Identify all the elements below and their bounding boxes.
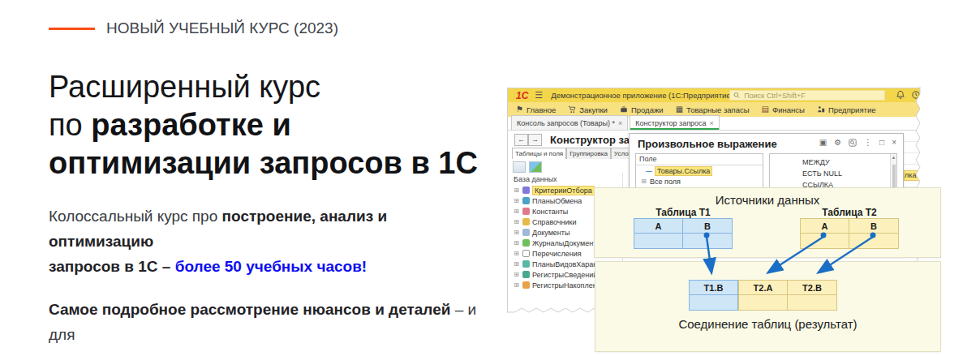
table-cell-empty xyxy=(683,234,733,249)
filter-icon xyxy=(522,187,530,194)
toolbar-icon-button-1[interactable] xyxy=(513,161,526,173)
document-icon xyxy=(522,229,530,236)
result-col-t1b: T1.B xyxy=(689,280,738,295)
journal-icon xyxy=(522,239,530,247)
tab-query-console[interactable]: Консоль запросов (Товары) *× xyxy=(511,115,628,130)
data-sources-panel: Источники данных Таблица T1 A B Таблица … xyxy=(594,187,941,258)
accum-register-icon xyxy=(522,281,530,289)
table2-col-a: A xyxy=(800,218,849,234)
tree-label: Перечисления xyxy=(532,250,582,258)
menu-item-finance[interactable]: ▤Финансы xyxy=(762,105,805,114)
menu-item-inventory[interactable]: ▦Товарные запасы xyxy=(676,105,750,114)
field-label: Товары.Ссылка xyxy=(655,166,712,176)
menu-label: Главное xyxy=(527,105,556,114)
catalog-icon xyxy=(522,218,530,225)
tree-label: Справочники xyxy=(532,218,577,226)
table1-col-b: B xyxy=(683,218,733,234)
expand-icon[interactable]: ⊞ xyxy=(513,250,520,257)
expand-icon[interactable]: ⊞ xyxy=(513,218,520,225)
table1-caption: Таблица T1 xyxy=(634,207,733,218)
expand-icon[interactable]: ⊞ xyxy=(513,208,520,215)
row-divider xyxy=(903,164,923,165)
result-col-t2b: T2.B xyxy=(788,280,837,295)
expand-icon[interactable]: ⊞ xyxy=(513,271,520,278)
expand-icon[interactable]: ⊞ xyxy=(513,197,520,204)
query-builder-toolbar xyxy=(513,161,542,173)
maximize-icon[interactable]: □ xyxy=(879,139,884,147)
menu-item-purchases[interactable]: Закупки xyxy=(568,105,608,114)
expand-icon[interactable]: ⊞ xyxy=(513,260,520,268)
close-icon[interactable]: × xyxy=(618,119,622,127)
dialog-controls: ▣ ⚙ ⋮ □ × xyxy=(819,139,896,147)
field-label: Все поля xyxy=(650,178,681,186)
page: НОВЫЙ УЧЕБНЫЙ КУРС (2023) Расширенный ку… xyxy=(0,0,980,356)
scroll-up-icon[interactable]: ▲ xyxy=(891,154,896,161)
forward-button[interactable]: → xyxy=(528,134,542,146)
menu-item-sales[interactable]: Продажи xyxy=(620,105,664,114)
tree-label: Документы xyxy=(532,229,570,237)
grid-icon: ▦ xyxy=(676,105,683,114)
window-title: Демонстрационное приложение (1С:Предприя… xyxy=(551,91,733,100)
tab-label: Конструктор запроса xyxy=(635,119,706,127)
table1: A B xyxy=(634,218,733,249)
cart-icon xyxy=(568,105,576,114)
tab-query-builder[interactable]: Конструктор запроса× xyxy=(630,115,720,130)
table-cell-empty xyxy=(849,234,899,249)
sources-title: Источники данных xyxy=(595,193,940,207)
onec-logo: 1С xyxy=(516,90,528,101)
hamburger-icon[interactable]: ☰ xyxy=(535,91,543,100)
back-button[interactable]: ← xyxy=(514,134,528,146)
close-icon[interactable]: × xyxy=(710,119,714,127)
close-icon[interactable]: × xyxy=(892,139,896,147)
expand-icon[interactable]: ⊞ xyxy=(513,187,520,194)
table-cell-empty xyxy=(634,234,683,249)
save-icon[interactable]: ▣ xyxy=(819,139,827,147)
expand-icon[interactable]: ⊞ xyxy=(640,178,647,185)
window-tabbar: Консоль запросов (Товары) *× Конструктор… xyxy=(508,117,924,131)
more-icon[interactable]: ⋮ xyxy=(864,139,872,147)
window-titlebar: 1С ☰ Демонстрационное приложение (1С:Пре… xyxy=(508,88,924,102)
table-cell-empty xyxy=(788,295,837,311)
enterprise-icon xyxy=(817,105,825,114)
history-icon[interactable] xyxy=(911,90,921,100)
result-label: Соединение таблиц (результат) xyxy=(595,317,940,331)
field-item-selected[interactable]: —Товары.Ссылка xyxy=(636,165,763,176)
expand-icon[interactable]: ⊞ xyxy=(513,239,520,247)
highlighted-cell: лка xyxy=(904,170,923,181)
expand-icon[interactable]: ⊞ xyxy=(513,281,520,289)
expand-icon[interactable]: ⊞ xyxy=(513,229,520,236)
menu-label: Предприятие xyxy=(828,105,876,114)
char-types-icon xyxy=(522,260,530,268)
flag-icon: ⚑ xyxy=(516,105,523,114)
field-icon: — xyxy=(646,167,652,174)
database-tree-header: База данных xyxy=(514,175,557,183)
tree-label: ПланыОбмена xyxy=(532,197,582,205)
tree-label: РегистрыСведений xyxy=(532,271,597,279)
bell-icon[interactable] xyxy=(896,90,905,100)
operator-is-null[interactable]: ЕСТЬ NULL xyxy=(770,169,896,178)
field-item-all-fields[interactable]: ⊞Все поля xyxy=(636,176,763,187)
table-cell-empty xyxy=(689,295,738,311)
global-search[interactable] xyxy=(729,90,885,101)
exchange-icon xyxy=(522,197,530,204)
toolbar-icon-button-2[interactable] xyxy=(529,161,542,173)
find-icon[interactable] xyxy=(849,139,857,147)
menu-label: Продажи xyxy=(631,105,664,114)
menu-item-home[interactable]: ⚑Главное xyxy=(516,105,556,114)
tab-grouping[interactable]: Группировка xyxy=(566,148,611,159)
table-cell-empty xyxy=(800,234,849,249)
table-cell-empty xyxy=(738,295,788,311)
field-pane-header: Поле xyxy=(636,154,763,165)
search-input[interactable] xyxy=(742,91,881,101)
tab-tables-fields[interactable]: Таблицы и поля xyxy=(512,148,566,159)
briefcase-icon xyxy=(620,105,628,114)
join-result-panel: T1.B T2.A T2.B Соединение таблиц (резуль… xyxy=(595,261,941,352)
table2-caption: Таблица T2 xyxy=(800,207,899,218)
gear-icon[interactable]: ⚙ xyxy=(834,139,841,147)
operator-between[interactable]: МЕЖДУ xyxy=(770,157,896,167)
result-table: T1.B T2.A T2.B xyxy=(689,280,837,311)
menu-item-enterprise[interactable]: Предприятие xyxy=(817,105,876,114)
table2: A B xyxy=(800,218,899,249)
row-divider xyxy=(903,152,923,153)
tree-label: Константы xyxy=(532,208,568,216)
